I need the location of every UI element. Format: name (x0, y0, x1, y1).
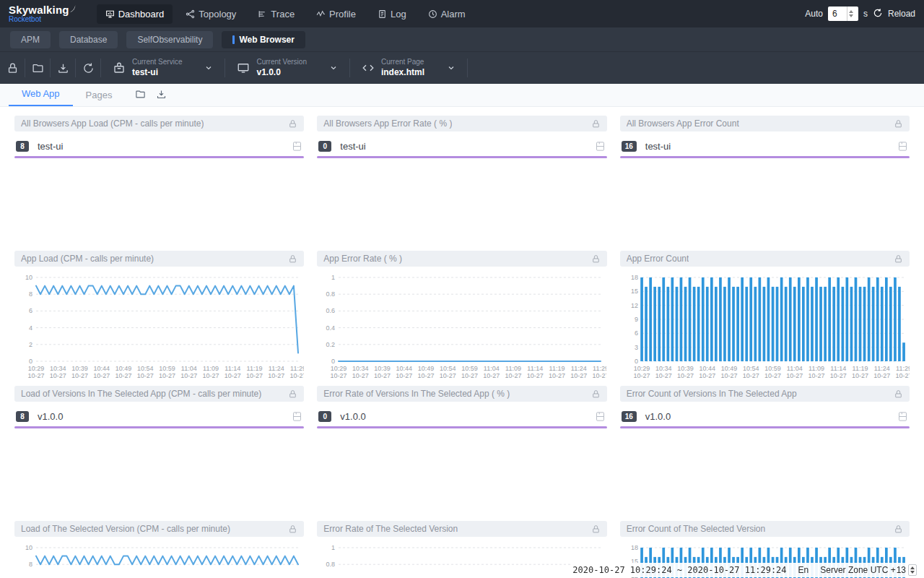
reload-label[interactable]: Reload (888, 9, 915, 19)
nav-item-trace[interactable]: Trace (249, 4, 303, 24)
active-tab-marker (232, 35, 235, 44)
svg-text:10:3910-27: 10:3910-27 (71, 365, 88, 379)
tab-selfobservability[interactable]: SelfObservability (126, 31, 213, 48)
reload-icon[interactable] (873, 8, 883, 20)
chart[interactable]: 036912151810:2910-2710:3410-2710:3910-27… (620, 269, 910, 386)
svg-text:11:1410-27: 11:1410-27 (829, 365, 846, 379)
card-header: App Load (CPM - calls per minute) (14, 251, 304, 267)
instance-row[interactable]: 16v1.0.0 (620, 411, 910, 422)
svg-text:0.6: 0.6 (326, 307, 336, 314)
metric-card: Error Rate of Versions In The Selected A… (317, 386, 606, 521)
instance-name: v1.0.0 (38, 411, 292, 422)
selector-value: test-ui (132, 67, 182, 78)
lock-icon[interactable] (894, 389, 903, 399)
nav-item-dashboard[interactable]: Dashboard (97, 4, 173, 24)
notebook-icon[interactable] (595, 141, 606, 152)
svg-text:11:0910-27: 11:0910-27 (808, 365, 824, 379)
card-title: All Browsers App Error Rate ( % ) (323, 118, 452, 129)
svg-text:10:4410-27: 10:4410-27 (93, 365, 110, 379)
lock-icon[interactable] (894, 119, 903, 129)
nav-item-alarm[interactable]: Alarm (419, 4, 474, 24)
lock-icon[interactable] (288, 389, 297, 399)
notebook-icon[interactable] (897, 141, 908, 152)
current-page-selector[interactable]: Current Page index.html (350, 58, 467, 78)
nav-item-profile[interactable]: Profile (308, 4, 365, 24)
import-icon[interactable] (51, 62, 75, 74)
lock-icon[interactable] (591, 119, 601, 129)
tab-apm[interactable]: APM (10, 31, 51, 48)
svg-text:11:0410-27: 11:0410-27 (484, 365, 500, 379)
chart[interactable]: 00.20.40.60.8110:2910-2710:3410-2710:391… (317, 269, 606, 386)
auto-interval-value[interactable] (828, 9, 847, 19)
svg-text:11:0910-27: 11:0910-27 (202, 365, 219, 379)
skywalking-logo[interactable]: Skywalking Rocketbot (9, 4, 77, 23)
folder-icon[interactable] (25, 62, 50, 74)
tab-web-app[interactable]: Web App (9, 84, 73, 106)
metric-card: Error Count of Versions In The Selected … (620, 386, 910, 521)
lock-icon[interactable] (288, 119, 297, 129)
card-title: All Browsers App Error Count (627, 118, 739, 129)
instance-row[interactable]: 0v1.0.0 (317, 411, 606, 422)
card-title: Error Count of Versions In The Selected … (627, 389, 797, 399)
lock-icon[interactable] (591, 389, 601, 399)
svg-text:2: 2 (29, 341, 32, 348)
chart[interactable]: 00.20.40.60.8110:2910-2710:3410-2710:391… (317, 539, 606, 578)
value-badge: 0 (318, 141, 331, 152)
card-title: Load of Versions In The Selected App (CP… (21, 389, 261, 399)
card-header: Load of The Selected Version (CPM - call… (14, 521, 304, 537)
current-version-selector[interactable]: Current Version v1.0.0 (225, 58, 349, 78)
instance-row[interactable]: 8v1.0.0 (14, 411, 304, 422)
folder-icon[interactable] (135, 89, 146, 100)
svg-text:10: 10 (25, 274, 32, 281)
import-icon[interactable] (156, 89, 167, 100)
svg-text:10:5410-27: 10:5410-27 (742, 365, 759, 379)
svg-text:10:5910-27: 10:5910-27 (159, 365, 175, 379)
tab-database[interactable]: Database (59, 31, 118, 48)
lock-icon[interactable] (894, 525, 903, 534)
zone-stepper[interactable] (908, 564, 917, 576)
lock-icon[interactable] (288, 254, 297, 264)
nav-item-log[interactable]: Log (369, 4, 415, 24)
dashboard-toolbar: Current Service test-ui Current Version … (0, 52, 924, 84)
svg-text:10:2910-27: 10:2910-27 (633, 365, 650, 379)
svg-text:0.8: 0.8 (326, 290, 336, 298)
current-service-selector[interactable]: Current Service test-ui (101, 58, 225, 78)
notebook-icon[interactable] (292, 141, 302, 152)
card-header: All Browsers App Error Rate ( % ) (317, 116, 606, 131)
card-title: App Load (CPM - calls per minute) (21, 254, 154, 264)
tab-pages[interactable]: Pages (73, 85, 126, 106)
lock-icon[interactable] (894, 254, 903, 264)
instance-row[interactable]: 0test-ui (317, 141, 606, 152)
notebook-icon[interactable] (292, 411, 302, 422)
svg-text:11:2410-27: 11:2410-27 (268, 365, 284, 379)
auto-reload-controls: Auto s Reload (805, 7, 915, 21)
tab-web-browser[interactable]: Web Browser (222, 31, 305, 48)
chart[interactable]: 024681010:2910-2710:3410-2710:3910-2710:… (14, 269, 304, 386)
notebook-icon[interactable] (595, 411, 606, 422)
nav-item-topology[interactable]: Topology (177, 4, 245, 24)
instance-row[interactable]: 16test-ui (620, 141, 910, 152)
interval-stepper[interactable] (847, 7, 855, 21)
value-badge: 16 (622, 141, 637, 152)
svg-text:10:5410-27: 10:5410-27 (440, 365, 456, 379)
logo-title: Skywalking (9, 4, 69, 15)
lock-toolbar-icon[interactable] (0, 62, 25, 74)
selector-value: index.html (381, 67, 424, 78)
refresh-icon[interactable] (76, 62, 100, 74)
lock-icon[interactable] (288, 525, 297, 534)
svg-text:11:2410-27: 11:2410-27 (873, 365, 890, 379)
time-range-picker[interactable]: 2020-10-27 10:29:24 ~ 2020-10-27 11:29:2… (572, 565, 786, 575)
auto-interval-input[interactable] (828, 7, 858, 21)
svg-text:11:1910-27: 11:1910-27 (246, 365, 263, 379)
lock-icon[interactable] (591, 254, 601, 264)
language-selector[interactable]: En (798, 565, 809, 575)
code-icon (362, 61, 375, 74)
instance-row[interactable]: 8test-ui (14, 141, 304, 152)
chart[interactable]: 024681010:2910-2710:3410-2710:3910-2710:… (14, 539, 304, 578)
svg-text:10:3410-27: 10:3410-27 (655, 365, 671, 379)
dashboard-grid: All Browsers App Load (CPM - calls per m… (0, 107, 924, 578)
lock-icon[interactable] (591, 525, 601, 534)
svg-text:10:5410-27: 10:5410-27 (137, 365, 154, 379)
notebook-icon[interactable] (897, 411, 908, 422)
divider (467, 59, 468, 77)
